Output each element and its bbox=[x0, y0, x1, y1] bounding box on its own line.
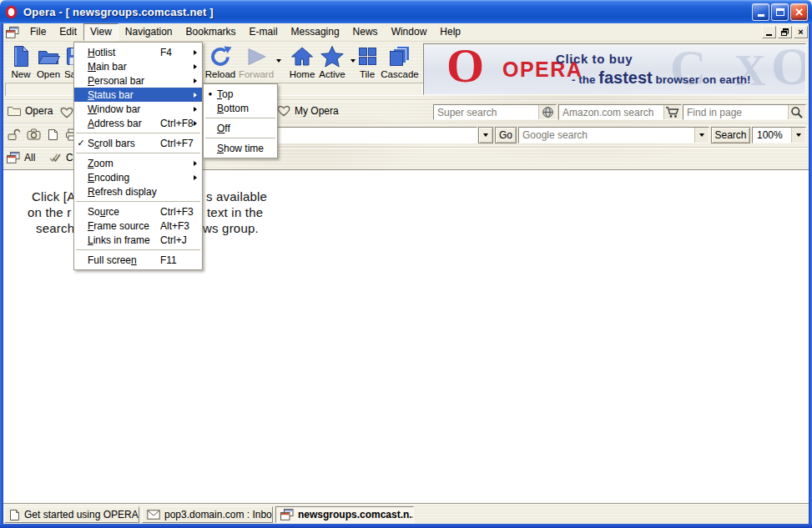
opera-logo-icon bbox=[4, 5, 18, 19]
globe-button[interactable] bbox=[538, 105, 556, 119]
submenu-arrow-icon bbox=[194, 107, 197, 112]
google-search-field[interactable] bbox=[518, 127, 709, 143]
magnifier-button[interactable] bbox=[788, 105, 805, 119]
search-button[interactable]: Search bbox=[711, 127, 750, 143]
find-in-page-field[interactable] bbox=[683, 104, 806, 120]
zoom-dropdown-button[interactable] bbox=[791, 128, 805, 143]
hotlist-opera-button[interactable]: Opera bbox=[7, 105, 53, 117]
window-tab-pop3-domain-com-inbox[interactable]: pop3.domain.com : Inbox bbox=[142, 506, 273, 523]
menubar-help[interactable]: Help bbox=[433, 23, 467, 41]
new-button[interactable]: New bbox=[7, 43, 35, 82]
view-menu-item-encoding[interactable]: Encoding bbox=[74, 170, 202, 184]
mdi-system-menu-icon[interactable] bbox=[6, 27, 19, 38]
tile-button[interactable]: Tile bbox=[353, 43, 381, 82]
envelope-icon bbox=[147, 510, 160, 520]
check-icon bbox=[48, 153, 62, 163]
view-menu-item-hotlist[interactable]: HotlistF4 bbox=[74, 45, 202, 59]
zoom-control[interactable]: 100% bbox=[752, 127, 806, 143]
status-submenu-item-top[interactable]: ●Top bbox=[204, 87, 277, 101]
mdi-minimize-button[interactable] bbox=[762, 26, 776, 38]
window-controls: × bbox=[752, 3, 808, 21]
view-menu-item-address-bar[interactable]: Address barCtrl+F8 bbox=[74, 116, 202, 130]
window-tab-newsgroups-comcast-n[interactable]: newsgroups.comcast.n... bbox=[275, 506, 414, 523]
open-folder-icon bbox=[37, 43, 60, 69]
cart-button[interactable] bbox=[663, 105, 681, 119]
go-button[interactable]: Go bbox=[495, 127, 517, 143]
super-search-field[interactable] bbox=[433, 104, 557, 120]
status-submenu-item-bottom[interactable]: Bottom bbox=[204, 101, 277, 115]
submenu-arrow-icon bbox=[194, 161, 197, 166]
window-bar: Get started using OPERApop3.domain.com :… bbox=[3, 503, 809, 524]
close-button[interactable]: × bbox=[790, 3, 808, 21]
search-dropdown-button[interactable] bbox=[694, 128, 709, 143]
view-menu-item-links-in-frame[interactable]: Links in frameCtrl+J bbox=[74, 233, 202, 247]
view-menu-item-status-bar[interactable]: Status bar bbox=[74, 88, 202, 102]
camera-icon[interactable] bbox=[27, 128, 41, 140]
view-menu-item-frame-source[interactable]: Frame sourceAlt+F3 bbox=[74, 219, 202, 233]
menubar-e-mail[interactable]: E-mail bbox=[243, 23, 285, 41]
find-in-page-input[interactable] bbox=[683, 105, 788, 119]
amazon-com-search-field[interactable] bbox=[558, 104, 682, 120]
menubar-bookmarks[interactable]: Bookmarks bbox=[179, 23, 243, 41]
shortcut-label: Alt+F3 bbox=[160, 220, 189, 232]
submenu-arrow-icon bbox=[194, 64, 197, 69]
close-glyph-icon: × bbox=[794, 6, 804, 18]
amazon-com-search-input[interactable] bbox=[559, 105, 663, 119]
dropdown-arrow-icon[interactable] bbox=[276, 59, 281, 63]
view-menu-item-main-bar[interactable]: Main bar bbox=[74, 59, 202, 73]
minimize-button[interactable] bbox=[752, 3, 769, 21]
view-menu-item-zoom[interactable]: Zoom bbox=[74, 156, 202, 170]
maximize-button[interactable] bbox=[771, 3, 789, 21]
menubar-navigation[interactable]: Navigation bbox=[119, 23, 179, 41]
reload-icon bbox=[208, 43, 234, 69]
window-frame-bottom bbox=[0, 524, 812, 528]
menubar-window[interactable]: Window bbox=[385, 23, 434, 41]
status-submenu-item-show-time[interactable]: Show time bbox=[204, 141, 277, 155]
menu-separator bbox=[76, 201, 200, 202]
menu-separator bbox=[76, 249, 200, 250]
zoom-value: 100% bbox=[753, 129, 791, 141]
banner-line1: Click to buy bbox=[556, 52, 633, 66]
home-icon bbox=[290, 43, 315, 69]
view-menu-item-personal-bar[interactable]: Personal bar bbox=[74, 73, 202, 88]
windows-icon bbox=[280, 509, 294, 520]
tile-icon bbox=[357, 43, 378, 69]
folder-icon bbox=[7, 105, 21, 117]
menubar-view[interactable]: View bbox=[83, 23, 119, 41]
mdi-restore-button[interactable] bbox=[778, 26, 792, 38]
menubar-news[interactable]: News bbox=[346, 23, 385, 41]
view-menu-item-full-screen[interactable]: Full screenF11 bbox=[74, 253, 202, 267]
google-search-input[interactable] bbox=[519, 128, 694, 143]
padlock-icon[interactable] bbox=[7, 128, 21, 141]
menubar-edit[interactable]: Edit bbox=[53, 23, 83, 41]
view-menu-item-source[interactable]: SourceCtrl+F3 bbox=[74, 204, 202, 219]
menu-separator bbox=[205, 118, 275, 118]
view-menu-item-refresh-display[interactable]: Refresh display bbox=[74, 184, 202, 199]
radio-bullet-icon: ● bbox=[204, 87, 217, 101]
view-menu-item-window-bar[interactable]: Window bar bbox=[74, 102, 202, 116]
super-search-input[interactable] bbox=[434, 105, 538, 119]
document-icon[interactable] bbox=[48, 128, 58, 141]
mdi-close-button[interactable]: × bbox=[794, 26, 808, 38]
reload-button[interactable]: Reload bbox=[202, 43, 239, 82]
address-dropdown-button[interactable] bbox=[478, 127, 493, 143]
view-menu-item-scroll-bars[interactable]: ✓Scroll barsCtrl+F7 bbox=[74, 136, 202, 150]
active-button[interactable]: Active bbox=[315, 43, 349, 82]
menubar-messaging[interactable]: Messaging bbox=[285, 23, 346, 41]
menu-separator bbox=[205, 138, 275, 138]
heart-icon[interactable] bbox=[60, 107, 73, 118]
my-opera-button[interactable]: My Opera bbox=[277, 105, 339, 117]
home-button[interactable]: Home bbox=[286, 43, 318, 82]
shortcut-label: Ctrl+F7 bbox=[160, 138, 194, 149]
window-tab-get-started-using-opera[interactable]: Get started using OPERA bbox=[4, 506, 139, 523]
forward-button[interactable]: Forward bbox=[238, 43, 275, 82]
shortcut-label: Ctrl+F3 bbox=[160, 206, 194, 218]
window-frame-right bbox=[809, 23, 812, 528]
mdi-minimize-glyph-icon bbox=[766, 34, 772, 36]
submenu-arrow-icon bbox=[194, 121, 197, 126]
menubar-file[interactable]: File bbox=[23, 23, 53, 41]
cascade-button[interactable]: Cascade bbox=[378, 43, 421, 82]
status-submenu-item-off[interactable]: Off bbox=[204, 121, 277, 135]
opera-ad-banner[interactable]: C X O O OPERA Click to buy - the fastest… bbox=[423, 43, 806, 95]
panel-all-button[interactable]: All bbox=[7, 152, 35, 163]
